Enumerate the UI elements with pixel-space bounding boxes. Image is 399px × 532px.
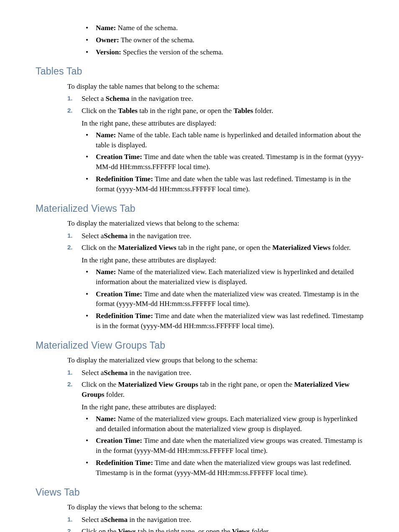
steps-list: 1.Select aSchema in the navigation tree.… xyxy=(67,231,368,253)
step-number: 1. xyxy=(67,515,73,524)
list-item: Creation Time: Time and date when the ta… xyxy=(82,152,368,172)
heading-views-tab: Views Tab xyxy=(36,486,368,499)
list-item: Name: Name of the materialized view grou… xyxy=(82,414,368,434)
step-item: 1.Select aSchema in the navigation tree. xyxy=(67,231,368,241)
attributes-list: Name: Name of the materialized view grou… xyxy=(82,414,368,478)
list-item: Redefinition Time: Time and date when th… xyxy=(82,311,368,331)
list-item: Redefinition Time: Time and date when th… xyxy=(82,458,368,478)
attributes-intro: In the right pane, these attributes are … xyxy=(82,402,368,412)
step-number: 2. xyxy=(67,106,73,115)
intro-text: To display the table names that belong t… xyxy=(67,82,368,92)
step-number: 1. xyxy=(67,94,73,103)
list-item: Name: Name of the table. Each table name… xyxy=(82,130,368,150)
list-item: Name: Name of the schema. xyxy=(82,23,368,33)
step-item: 2.Click on the Materialized Views tab in… xyxy=(67,243,368,253)
list-item: Name: Name of the materialized view. Eac… xyxy=(82,267,368,287)
heading-tables-tab: Tables Tab xyxy=(36,64,368,78)
steps-list: 1.Select a Schema in the navigation tree… xyxy=(67,94,368,116)
intro-text: To display the views that belong to the … xyxy=(67,502,368,512)
step-number: 2. xyxy=(67,527,73,532)
schema-attributes-list: Name: Name of the schema. Owner: The own… xyxy=(82,23,368,57)
step-item: 1.Select aSchema in the navigation tree. xyxy=(67,515,368,525)
step-item: 2.Click on the Tables tab in the right p… xyxy=(67,106,368,116)
intro-text: To display the materialized view groups … xyxy=(67,355,368,365)
list-item: Creation Time: Time and date when the ma… xyxy=(82,289,368,309)
heading-materialized-view-groups-tab: Materialized View Groups Tab xyxy=(36,339,368,352)
attributes-intro: In the right pane, these attributes are … xyxy=(82,255,368,265)
steps-list: 1.Select aSchema in the navigation tree.… xyxy=(67,368,368,400)
step-item: 2.Click on the Materialized View Groups … xyxy=(67,380,368,400)
list-item: Redefinition Time: Time and date when th… xyxy=(82,174,368,194)
attributes-list: Name: Name of the materialized view. Eac… xyxy=(82,267,368,331)
list-item: Creation Time: Time and date when the ma… xyxy=(82,436,368,456)
attributes-intro: In the right pane, these attributes are … xyxy=(82,118,368,129)
step-item: 2.Click on the Views tab in the right pa… xyxy=(67,527,368,532)
attributes-list: Name: Name of the table. Each table name… xyxy=(82,130,368,194)
step-item: 1.Select a Schema in the navigation tree… xyxy=(67,94,368,104)
list-item: Owner: The owner of the schema. xyxy=(82,35,368,45)
step-number: 2. xyxy=(67,243,73,252)
step-number: 1. xyxy=(67,368,73,377)
intro-text: To display the materialized views that b… xyxy=(67,218,368,229)
step-item: 1.Select aSchema in the navigation tree. xyxy=(67,368,368,378)
list-item: Version: Specfies the version of the sch… xyxy=(82,47,368,57)
step-number: 2. xyxy=(67,380,73,388)
step-number: 1. xyxy=(67,231,73,240)
heading-materialized-views-tab: Materialized Views Tab xyxy=(36,202,368,215)
steps-list: 1.Select aSchema in the navigation tree.… xyxy=(67,515,368,532)
